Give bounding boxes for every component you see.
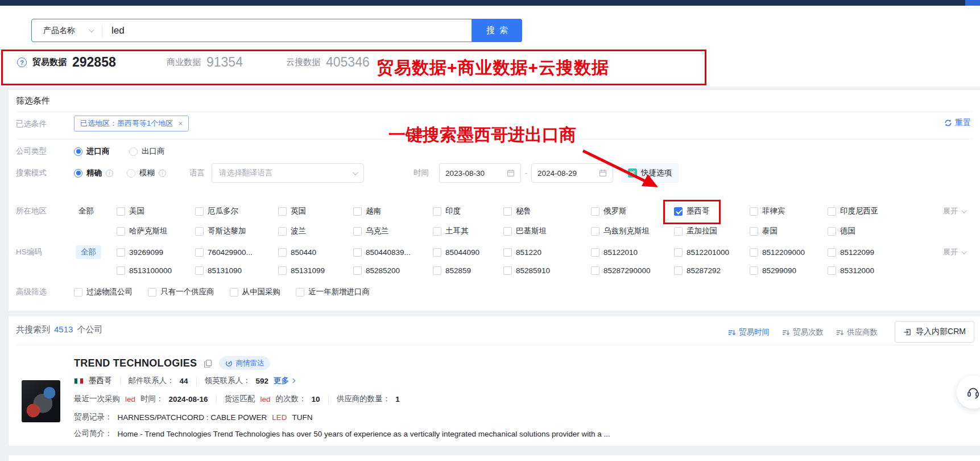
hs-option[interactable]: 85131099 xyxy=(278,266,353,275)
region-row-1: 所在地区 全部 美国 厄瓜多尔 英国 越南 印度 秘鲁 俄罗斯 墨西哥 菲律宾 … xyxy=(9,203,980,220)
advanced-option[interactable]: 近一年新增进口商 xyxy=(296,287,370,297)
divider xyxy=(16,139,973,139)
checkbox-icon xyxy=(750,207,758,216)
company-name[interactable]: TREND TECHNOLOGIES xyxy=(74,357,197,369)
sort-supplier-count[interactable]: 供应商数 xyxy=(836,327,878,337)
radio-fuzzy[interactable]: 模糊 i xyxy=(127,163,166,183)
sort-trade-time[interactable]: 贸易时间 xyxy=(728,327,770,337)
advanced-option[interactable]: 从中国采购 xyxy=(230,287,281,297)
region-option[interactable]: 美国 xyxy=(117,206,195,216)
sort-trade-count[interactable]: 贸易次数 xyxy=(782,327,824,337)
next-result-card xyxy=(9,455,980,461)
hs-option[interactable]: 851220 xyxy=(503,248,591,257)
region-option[interactable]: 巴基斯坦 xyxy=(503,226,591,236)
region-option[interactable]: 泰国 xyxy=(750,226,828,236)
hs-option[interactable]: 85131090 xyxy=(195,266,278,275)
tab-business-data[interactable]: 商业数据 91354 xyxy=(167,55,243,70)
region-option[interactable]: 乌兹别克斯坦 xyxy=(591,226,674,236)
region-option[interactable]: 哥斯达黎加 xyxy=(195,226,278,236)
region-option-mexico[interactable]: 墨西哥 xyxy=(674,206,750,216)
region-option[interactable]: 哈萨克斯坦 xyxy=(117,226,195,236)
checkbox-icon xyxy=(278,266,287,275)
checkbox-icon xyxy=(828,266,836,275)
region-option[interactable]: 波兰 xyxy=(278,226,353,236)
region-expand-button[interactable]: 展开 xyxy=(943,203,965,220)
tab-cloud-data[interactable]: 云搜数据 405346 xyxy=(286,55,370,70)
region-option[interactable]: 英国 xyxy=(278,206,353,216)
hs-option[interactable]: 852859 xyxy=(433,266,503,275)
hs-option[interactable]: 85287292 xyxy=(674,266,750,275)
hs-option[interactable]: 39269099 xyxy=(117,248,195,257)
region-option[interactable]: 乌克兰 xyxy=(353,226,433,236)
region-option[interactable]: 印度 xyxy=(433,206,503,216)
checkbox-icon xyxy=(828,207,836,216)
tab-label: 贸易数据 xyxy=(32,57,67,68)
last-purchase-date: 2024-08-16 xyxy=(169,395,208,404)
tab-trade-data[interactable]: ? 贸易数据 292858 xyxy=(17,55,116,70)
date-to-input[interactable]: 2024-08-29 xyxy=(531,163,613,183)
search-category-dropdown[interactable]: 产品名称 xyxy=(32,19,102,42)
chevron-down-icon xyxy=(353,170,358,175)
radio-exact[interactable]: 精确 i xyxy=(74,163,113,183)
copy-icon[interactable] xyxy=(204,359,212,368)
hs-all-option[interactable]: 全部 xyxy=(76,245,101,259)
reset-button[interactable]: 重置 xyxy=(944,118,971,128)
mexico-flag-icon xyxy=(74,378,84,384)
business-radar-badge[interactable]: 商情雷达 xyxy=(219,356,270,370)
quick-options-button[interactable]: ⌘ 快捷选项 xyxy=(621,163,679,183)
hs-option[interactable]: 8512201000 xyxy=(674,248,750,257)
region-option[interactable]: 印度尼西亚 xyxy=(828,206,913,216)
hs-option[interactable]: 8513100000 xyxy=(117,266,195,275)
question-circle-icon[interactable]: ? xyxy=(17,57,27,67)
calendar-icon xyxy=(599,169,607,177)
tab-label: 云搜数据 xyxy=(286,57,320,68)
search-button[interactable]: 搜索 xyxy=(472,19,522,42)
hs-option[interactable]: 760429900... xyxy=(195,248,278,257)
info-circle-icon[interactable]: i xyxy=(106,170,113,177)
advanced-option[interactable]: 过滤物流公司 xyxy=(74,287,133,297)
search-input[interactable] xyxy=(102,25,472,36)
radio-importer[interactable]: 进口商 xyxy=(74,143,110,159)
region-option[interactable]: 越南 xyxy=(353,206,433,216)
advanced-filter-label: 高级筛选 xyxy=(16,283,47,301)
date-from-input[interactable]: 2023-08-30 xyxy=(439,163,521,183)
linkedin-contact-count: 592 xyxy=(256,377,269,385)
hs-option[interactable]: 85122099 xyxy=(828,248,913,257)
more-button[interactable]: 更多 xyxy=(274,376,295,386)
hs-option[interactable]: 85285200 xyxy=(353,266,433,275)
info-circle-icon[interactable]: i xyxy=(159,170,166,177)
hs-option[interactable]: 8512209000 xyxy=(750,248,828,257)
hs-expand-button[interactable]: 展开 xyxy=(943,244,965,261)
checkbox-icon xyxy=(230,288,238,297)
language-select[interactable]: 请选择翻译语言 xyxy=(212,163,364,183)
radar-icon xyxy=(225,360,233,367)
advanced-option[interactable]: 只有一个供应商 xyxy=(148,287,214,297)
company-thumbnail[interactable] xyxy=(22,380,60,422)
region-option[interactable]: 菲律宾 xyxy=(750,206,828,216)
import-crm-button[interactable]: 导入内部CRM xyxy=(895,321,974,343)
region-all-option[interactable]: 全部 xyxy=(78,203,94,220)
hs-option[interactable]: 85122010 xyxy=(591,248,674,257)
hs-option[interactable]: 85285910 xyxy=(503,266,591,275)
hs-option[interactable]: 850440 xyxy=(278,248,353,257)
radio-exporter[interactable]: 出口商 xyxy=(129,143,165,159)
filter-title: 筛选条件 xyxy=(16,96,50,106)
selected-region-chip[interactable]: 已选地区：墨西哥等1个地区 × xyxy=(74,116,189,131)
hs-option[interactable]: 85287290000 xyxy=(591,266,674,275)
hs-option[interactable]: 85312000 xyxy=(828,266,913,275)
chevron-down-icon xyxy=(961,208,967,213)
company-purchase-line: 最近一次采购 led 时间： 2024-08-16 货运匹配 led 的次数： … xyxy=(74,394,400,404)
trade-search-page: 产品名称 搜索 ? 贸易数据 292858 商业数据 91354 云搜数据 40… xyxy=(0,0,980,461)
region-option[interactable]: 孟加拉国 xyxy=(674,226,750,236)
region-option[interactable]: 俄罗斯 xyxy=(591,206,674,216)
region-option[interactable]: 厄瓜多尔 xyxy=(195,206,278,216)
region-option[interactable]: 秘鲁 xyxy=(503,206,591,216)
sort-icon xyxy=(782,329,789,336)
hs-option[interactable]: 850440839... xyxy=(353,248,433,257)
region-option[interactable]: 土耳其 xyxy=(433,226,503,236)
hs-option[interactable]: 85299090 xyxy=(750,266,828,275)
region-option[interactable]: 德国 xyxy=(828,226,913,236)
close-icon[interactable]: × xyxy=(178,120,183,127)
hs-option[interactable]: 85044090 xyxy=(433,248,503,257)
checkbox-icon xyxy=(503,266,512,275)
